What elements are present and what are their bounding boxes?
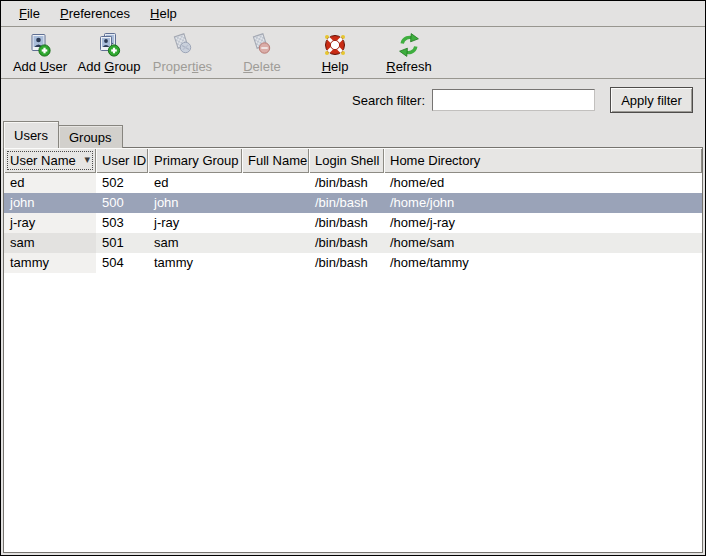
table-cell: /bin/bash	[309, 173, 384, 193]
table-cell: 500	[96, 193, 148, 213]
menu-item-file[interactable]: File	[9, 3, 50, 24]
sort-arrow-icon: ▾	[84, 153, 90, 166]
table-cell: 504	[96, 253, 148, 273]
table-cell	[242, 173, 309, 193]
help-button[interactable]: Help	[317, 30, 353, 74]
column-header-label: User ID	[102, 153, 146, 168]
table-cell	[242, 193, 309, 213]
tab-users[interactable]: Users	[3, 121, 59, 148]
properties-label: Properties	[153, 59, 212, 74]
table-cell: j-ray	[4, 213, 96, 233]
table-row-john[interactable]: john500john/bin/bash/home/john	[4, 193, 702, 213]
add-group-label: Add Group	[78, 59, 141, 74]
table-cell: tammy	[148, 253, 242, 273]
column-header-primary-group[interactable]: Primary Group	[148, 148, 242, 173]
apply-filter-button[interactable]: Apply filter	[610, 87, 693, 113]
column-header-label: Full Name	[248, 153, 307, 168]
table-cell: sam	[148, 233, 242, 253]
table-cell: /home/sam	[384, 233, 702, 253]
properties-button[interactable]: Properties	[151, 30, 214, 74]
search-filter-row: Search filter: Apply filter	[1, 85, 705, 115]
table-cell: tammy	[4, 253, 96, 273]
help-label: Help	[322, 59, 349, 74]
table-row-tammy[interactable]: tammy504tammy/bin/bash/home/tammy	[4, 253, 702, 273]
column-header-label: User Name	[10, 153, 76, 168]
table-row-j-ray[interactable]: j-ray503j-ray/bin/bash/home/j-ray	[4, 213, 702, 233]
table-cell: /home/tammy	[384, 253, 702, 273]
table-header-row: User Name▾User IDPrimary GroupFull NameL…	[4, 148, 702, 173]
users-table: User Name▾User IDPrimary GroupFull NameL…	[4, 148, 702, 273]
table-cell: sam	[4, 233, 96, 253]
table-cell: 501	[96, 233, 148, 253]
add-user-icon	[27, 30, 53, 59]
refresh-icon	[396, 30, 422, 59]
column-header-user-name[interactable]: User Name▾	[4, 148, 96, 173]
table-cell: /home/ed	[384, 173, 702, 193]
delete-icon	[249, 30, 275, 59]
help-icon	[322, 30, 348, 59]
search-filter-label: Search filter:	[352, 93, 425, 108]
table-row-sam[interactable]: sam501sam/bin/bash/home/sam	[4, 233, 702, 253]
table-cell: 502	[96, 173, 148, 193]
column-header-label: Home Directory	[390, 153, 480, 168]
table-cell: /bin/bash	[309, 253, 384, 273]
table-cell	[242, 233, 309, 253]
menu-item-preferences[interactable]: Preferences	[50, 3, 140, 24]
table-cell	[242, 213, 309, 233]
table-cell: john	[4, 193, 96, 213]
table-cell: /bin/bash	[309, 193, 384, 213]
menubar: File Preferences Help	[1, 1, 705, 27]
table-cell: /home/j-ray	[384, 213, 702, 233]
search-filter-input[interactable]	[432, 89, 595, 111]
delete-label: Delete	[243, 59, 281, 74]
table-cell: /home/john	[384, 193, 702, 213]
user-manager-window: File Preferences Help Add User	[0, 0, 706, 556]
tab-groups[interactable]: Groups	[59, 125, 123, 148]
column-header-label: Login Shell	[315, 153, 379, 168]
users-table-frame: User Name▾User IDPrimary GroupFull NameL…	[3, 147, 703, 553]
column-header-user-id[interactable]: User ID	[96, 148, 148, 173]
delete-button[interactable]: Delete	[238, 30, 286, 74]
table-cell: ed	[4, 173, 96, 193]
add-group-button[interactable]: Add Group	[76, 30, 142, 74]
table-cell: 503	[96, 213, 148, 233]
column-header-label: Primary Group	[154, 153, 239, 168]
table-row-ed[interactable]: ed502ed/bin/bash/home/ed	[4, 173, 702, 193]
menu-item-help[interactable]: Help	[140, 3, 187, 24]
table-cell: ed	[148, 173, 242, 193]
toolbar: Add User Add Group	[1, 28, 705, 79]
refresh-label: Refresh	[386, 59, 432, 74]
table-cell: j-ray	[148, 213, 242, 233]
table-cell: john	[148, 193, 242, 213]
properties-icon	[170, 30, 196, 59]
add-group-icon	[96, 30, 122, 59]
add-user-button[interactable]: Add User	[9, 30, 71, 74]
tab-bar: Users Groups	[3, 121, 123, 148]
table-cell	[242, 253, 309, 273]
refresh-button[interactable]: Refresh	[382, 30, 436, 74]
table-cell: /bin/bash	[309, 233, 384, 253]
column-header-home-directory[interactable]: Home Directory	[384, 148, 702, 173]
add-user-label: Add User	[13, 59, 67, 74]
column-header-full-name[interactable]: Full Name	[242, 148, 309, 173]
table-cell: /bin/bash	[309, 213, 384, 233]
column-header-login-shell[interactable]: Login Shell	[309, 148, 384, 173]
